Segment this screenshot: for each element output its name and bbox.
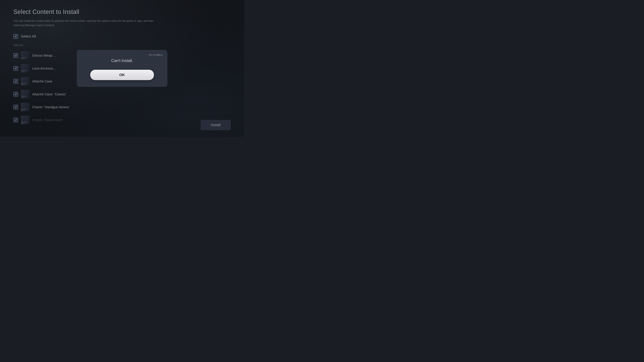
modal-ok-button[interactable]: OK — [90, 70, 154, 80]
modal-dialog: CE-107880-4 Can't install. OK — [77, 50, 167, 87]
modal-message: Can't install. — [111, 58, 133, 63]
modal-error-code: CE-107880-4 — [149, 54, 163, 56]
modal-overlay: CE-107880-4 Can't install. OK — [0, 0, 244, 137]
